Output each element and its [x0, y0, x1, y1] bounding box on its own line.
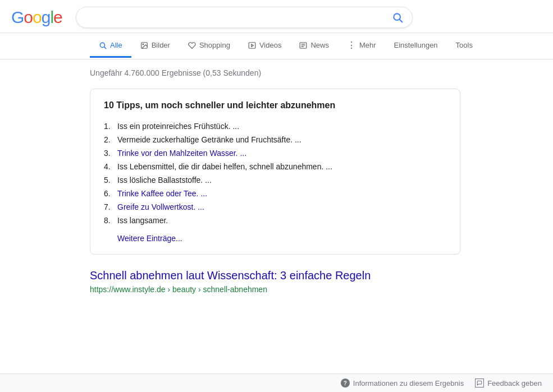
tab-bilder[interactable]: Bilder: [131, 34, 179, 58]
list-link-7[interactable]: Greife zu Vollwertkost. ...: [117, 202, 204, 211]
list-item: 6. Trinke Kaffee oder Tee. ...: [104, 187, 446, 200]
results-count: Ungefähr 4.760.000 Ergebnisse (0,53 Seku…: [90, 68, 463, 77]
header: Google tipps gewicht reduzieren: [0, 0, 553, 33]
tab-shopping[interactable]: Shopping: [179, 34, 239, 58]
logo-letter-g2: g: [42, 8, 51, 26]
tab-alle-label: Alle: [110, 41, 122, 49]
main-content: Ungefähr 4.760.000 Ergebnisse (0,53 Seku…: [0, 59, 553, 303]
svg-line-1: [400, 20, 402, 22]
list-link-6[interactable]: Trinke Kaffee oder Tee. ...: [117, 189, 207, 198]
svg-line-3: [104, 47, 106, 48]
tab-einstellungen[interactable]: Einstellungen: [385, 34, 447, 58]
google-logo[interactable]: Google: [11, 8, 62, 27]
shopping-tab-icon: [188, 41, 196, 49]
tab-einstellungen-label: Einstellungen: [394, 41, 438, 49]
search-button[interactable]: [392, 12, 403, 23]
list-item: 1. Iss ein proteinreiches Frühstück. ...: [104, 119, 446, 133]
tab-videos[interactable]: Videos: [239, 34, 291, 58]
search-input[interactable]: tipps gewicht reduzieren: [85, 12, 392, 22]
svg-point-5: [143, 44, 144, 45]
list-link-3[interactable]: Trinke vor den Mahlzeiten Wasser. ...: [117, 149, 246, 158]
tab-mehr[interactable]: ⋮ Mehr: [338, 33, 385, 59]
svg-rect-6: [249, 42, 255, 48]
list-item: 3. Trinke vor den Mahlzeiten Wasser. ...: [104, 146, 446, 160]
list-text-5: Iss lösliche Ballaststoffe. ...: [117, 176, 212, 185]
images-tab-icon: [140, 41, 148, 49]
result-title-link-1[interactable]: Schnell abnehmen laut Wissenschaft: 3 ei…: [90, 268, 460, 283]
tab-tools[interactable]: Tools: [447, 34, 482, 58]
tab-news-label: News: [310, 41, 329, 49]
tab-bilder-label: Bilder: [152, 41, 170, 49]
svg-point-0: [394, 13, 400, 20]
list-item: 4. Iss Lebensmittel, die dir dabei helfe…: [104, 160, 446, 173]
list-text-1: Iss ein proteinreiches Frühstück. ...: [117, 122, 239, 131]
list-item: 2. Vermeide zuckerhaltige Getränke und F…: [104, 133, 446, 146]
tab-tools-label: Tools: [456, 41, 473, 49]
svg-point-2: [100, 43, 104, 47]
list-text-8: Iss langsamer.: [117, 216, 168, 225]
list-text-4: Iss Lebensmittel, die dir dabei helfen, …: [117, 162, 332, 171]
tab-news[interactable]: News: [290, 34, 338, 58]
search-icon: [392, 12, 403, 23]
search-bar: tipps gewicht reduzieren: [76, 7, 413, 28]
tab-shopping-label: Shopping: [199, 41, 230, 49]
featured-list: 1. Iss ein proteinreiches Frühstück. ...…: [104, 119, 446, 227]
news-tab-icon: [299, 41, 307, 49]
list-item: 5. Iss lösliche Ballaststoffe. ...: [104, 173, 446, 187]
tab-alle[interactable]: Alle: [90, 34, 131, 58]
list-text-2: Vermeide zuckerhaltige Getränke und Fruc…: [117, 135, 301, 144]
search-result-1: Schnell abnehmen laut Wissenschaft: 3 ei…: [90, 268, 460, 294]
nav-tabs: Alle Bilder Shopping Videos News ⋮ Mehr …: [0, 33, 553, 59]
featured-snippet: 10 Tipps, um noch schneller und leichter…: [90, 89, 460, 255]
videos-tab-icon: [248, 41, 256, 49]
tab-videos-label: Videos: [259, 41, 282, 49]
logo-letter-g: G: [11, 8, 24, 26]
list-item: 7. Greife zu Vollwertkost. ...: [104, 200, 446, 214]
svg-marker-7: [252, 44, 254, 47]
logo-letter-o1: o: [24, 8, 33, 26]
result-url-1: https://www.instyle.de › beauty › schnel…: [90, 285, 460, 294]
logo-letter-e: e: [53, 8, 62, 26]
logo-letter-o2: o: [33, 8, 42, 26]
more-entries-link[interactable]: Weitere Einträge...: [104, 234, 446, 243]
list-item: 8. Iss langsamer.: [104, 214, 446, 227]
mehr-dots-icon: ⋮: [347, 40, 356, 50]
tab-mehr-label: Mehr: [359, 41, 376, 49]
search-tab-icon: [99, 41, 107, 49]
featured-title: 10 Tipps, um noch schneller und leichter…: [104, 100, 446, 110]
